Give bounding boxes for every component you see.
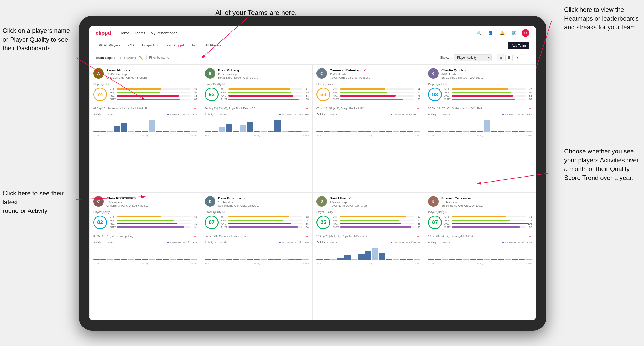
player-name[interactable]: Charlie Quick ✓ [441, 68, 532, 72]
player-card[interactable]: C Cameron Robertson ✓ 11-15 Handicap Roy… [313, 64, 424, 192]
chart-date-0: 31 Jul [428, 134, 434, 137]
quality-score[interactable]: 68 [316, 88, 330, 101]
round-arrow[interactable]: → [417, 106, 420, 110]
profile-icon[interactable]: 👤 [487, 29, 494, 37]
quality-content[interactable]: 87 OTT 73 APP 79 [428, 216, 532, 229]
annotation-top-center: All of your Teams are here. [215, 8, 297, 17]
settings-icon[interactable]: ⚙️ [510, 29, 517, 37]
chart-bar-6 [470, 131, 476, 132]
team-edit-icon[interactable]: ✏️ [139, 56, 143, 60]
avatar[interactable]: U [522, 29, 529, 37]
player-name[interactable]: Blair McHarg [218, 68, 309, 72]
nav-teams[interactable]: Teams [134, 30, 145, 36]
player-card[interactable]: D Dave Billingham 1-5 Handicap Sog Magin… [201, 192, 313, 320]
chart-dates: 31 Jul21 Aug4 Sep [316, 134, 420, 137]
quality-score[interactable]: 85 [316, 216, 330, 229]
filter-input[interactable] [146, 55, 183, 61]
bar-value-app: 80 [415, 219, 420, 222]
activity-period: 1 Month [218, 241, 227, 244]
player-name[interactable]: Dave Billingham [218, 196, 309, 200]
activity-chart [428, 118, 532, 133]
chart-bar-5 [463, 259, 469, 260]
bar-fill-putt [340, 99, 403, 100]
quality-content[interactable]: 85 OTT 89 APP 80 [316, 216, 420, 229]
quality-content[interactable]: 83 OTT 77 APP 80 [428, 88, 532, 101]
round-arrow[interactable]: → [305, 234, 309, 238]
player-card[interactable]: C Charlie Quick ✓ 6-10 Handicap St. Geor… [424, 64, 536, 192]
latest-round[interactable]: 26 Aug 23 | 84 (+12), Royal North Devon … [316, 232, 420, 238]
bar-row-app: APP 80 [333, 219, 420, 222]
latest-round[interactable]: 02 Sep 23 | Sunset round to get back int… [93, 104, 197, 110]
bar-row-app: APP 80 [444, 91, 532, 94]
add-team-button[interactable]: Add Team [508, 42, 529, 49]
player-header: D Dave Billingham 1-5 Handicap Sog Magin… [205, 196, 309, 207]
subnav-pga[interactable]: PGA [124, 41, 138, 50]
activity-period: 1 Month [106, 241, 115, 244]
round-arrow[interactable]: → [417, 234, 420, 238]
quality-score[interactable]: 83 [428, 88, 442, 101]
round-arrow[interactable]: → [528, 234, 532, 238]
player-card[interactable]: A Aaron Nicholls 11-15 Handicap Drift Go… [89, 64, 201, 192]
quality-score[interactable]: 74 [93, 88, 107, 101]
activity-label: Activity [205, 113, 213, 116]
bar-container-ott [452, 216, 526, 217]
bell-icon[interactable]: 🔔 [498, 29, 506, 37]
quality-score[interactable]: 87 [205, 216, 219, 229]
filter-icon[interactable]: ▼ [514, 54, 521, 61]
quality-score[interactable]: 82 [93, 216, 107, 229]
nav-home[interactable]: Home [120, 30, 129, 36]
round-arrow[interactable]: → [305, 106, 309, 110]
subnav-tour[interactable]: Tour [188, 41, 201, 50]
quality-score[interactable]: 87 [428, 216, 442, 229]
latest-round[interactable]: 07 Aug 23 | 77 (+7), St George's Hill GC… [428, 104, 532, 110]
subnav-team-clippd[interactable]: Team Clippd [162, 41, 187, 50]
bar-row-putt: PUTT 96 [333, 226, 420, 228]
list-view-icon[interactable]: ☰ [505, 54, 513, 61]
player-name[interactable]: David Ford ✓ [330, 196, 420, 200]
bar-label-ott: OTT [221, 88, 227, 90]
player-card[interactable]: D David Ford ✓ 1-5 Handicap Royal North … [313, 192, 424, 320]
quality-content[interactable]: 74 OTT 60 APP 58 [93, 88, 197, 101]
bar-fill-app [117, 220, 174, 221]
subnav-hcaps[interactable]: Hcaps 1-5 [139, 41, 161, 50]
player-name[interactable]: Edward Crossman [441, 196, 532, 200]
player-name[interactable]: Aaron Nicholls [106, 68, 197, 72]
on-course-label: On course [282, 241, 293, 244]
player-card[interactable]: C Chris Robertson ✓ 1-5 Handicap Craigmi… [89, 192, 201, 320]
quality-content[interactable]: 82 OTT 60 APP 77 [93, 216, 197, 229]
subnav-all-players[interactable]: All Players [202, 41, 224, 50]
player-name[interactable]: Cameron Robertson ✓ [330, 68, 420, 72]
latest-round[interactable]: 03 Mar 23 | 19, Must make putting → [93, 232, 197, 238]
bar-label-arg: ARG [110, 94, 116, 97]
bar-label-app: APP [333, 219, 339, 222]
on-course-label: On course [505, 113, 516, 116]
player-name[interactable]: Chris Robertson ✓ [106, 196, 197, 200]
bar-value-putt: 96 [415, 226, 420, 228]
bar-fill-arg [117, 223, 177, 224]
nav-my-performance[interactable]: My Performance [150, 30, 178, 36]
chart-bar-3 [337, 258, 344, 260]
latest-round[interactable]: 26 Aug 23 | 73 (+1), Royal North Devon G… [205, 104, 309, 110]
player-card[interactable]: E Edward Crossman 1-5 Handicap Sunningda… [424, 192, 536, 320]
activity-chart [316, 246, 420, 261]
latest-round[interactable]: 18 Jul 23 | 74 (+4), Sunningdale GC - Ol… [428, 232, 532, 238]
quality-content[interactable]: 68 OTT 61 APP 63 [316, 88, 420, 101]
quality-content[interactable]: 87 OTT 82 APP 74 [205, 216, 309, 229]
latest-round[interactable]: 02 Jul 23 | 59 (+17), Craigmillar Park G… [316, 104, 420, 110]
round-arrow[interactable]: → [528, 106, 532, 110]
player-card[interactable]: B Blair McHarg Plus Handicap Royal North… [201, 64, 313, 192]
grid-view-icon[interactable]: ⊞ [497, 54, 504, 61]
quality-score[interactable]: 93 [205, 88, 219, 101]
chart-bar-3 [114, 259, 121, 260]
latest-round[interactable]: 04 Sep 23 | Mobility with coach, Gym → [205, 232, 309, 238]
round-arrow[interactable]: → [193, 234, 197, 238]
activity-period: 1 Month [218, 113, 227, 116]
show-select[interactable]: Player Activity Quality Score Trend [454, 54, 492, 61]
subnav-pgat[interactable]: PGAT Players [96, 41, 123, 50]
bar-row-app: APP 63 [333, 91, 420, 94]
quality-content[interactable]: 93 OTT 84 APP 85 [205, 88, 309, 101]
app-logo[interactable]: clippd [96, 30, 111, 36]
search-icon[interactable]: 🔍 [475, 29, 483, 37]
sort-icon[interactable]: ↕ [522, 54, 529, 61]
round-arrow[interactable]: → [193, 106, 197, 110]
